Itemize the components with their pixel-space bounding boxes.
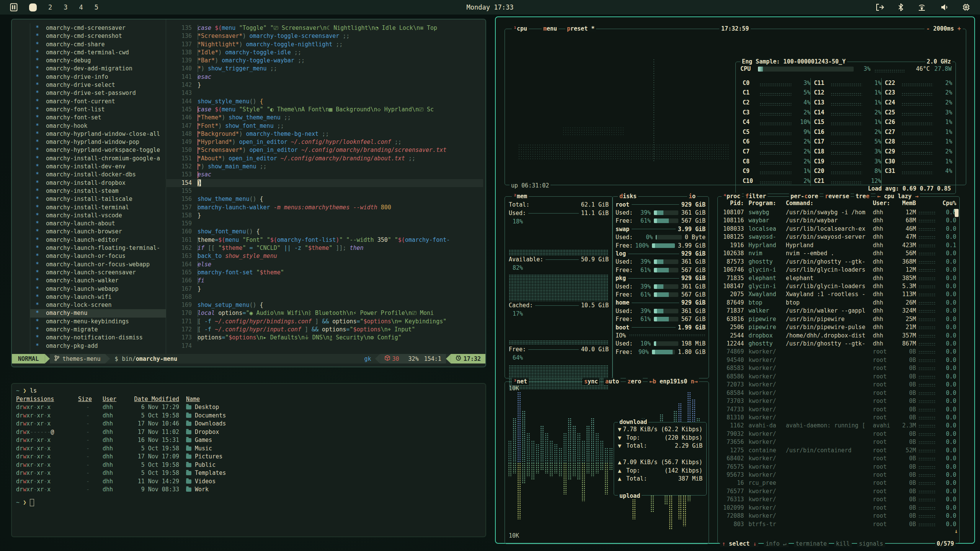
sort-selector[interactable]: ← cpu lazy → xyxy=(875,193,920,200)
process-row[interactable]: 74869kworker/root0B0.0 xyxy=(721,348,956,356)
process-row[interactable]: 63816pipewire/usr/bin/pipewiredhh25M0.0 xyxy=(721,315,956,323)
terminal-content[interactable]: ~❯lsPermissionsSizeUserDate ModifiedName… xyxy=(16,387,482,507)
process-row[interactable]: 71835elephantelephantdhh385M0.0 xyxy=(721,274,956,282)
process-row[interactable]: 108116waybar/usr/bin/waybardhh68M0.0 xyxy=(721,217,956,225)
cpu-cores-box: Eng Sample: 100-000001243-50_Y 2.0 GHz C… xyxy=(735,62,956,194)
disk-free-row: Free:61%567 GiB xyxy=(616,315,706,323)
folder-icon xyxy=(186,405,191,409)
process-row[interactable]: 76577kworker/root0B0.0 xyxy=(721,487,956,496)
core-row: C142% xyxy=(814,108,881,117)
volume-icon[interactable] xyxy=(940,3,949,11)
core-row: C242% xyxy=(885,98,952,108)
net-tab-sync[interactable]: sync xyxy=(583,378,599,385)
prompt-line[interactable]: ~❯ xyxy=(16,499,482,507)
process-row[interactable]: 68586kworker/root0B0.0 xyxy=(721,373,956,381)
core-row: C131% xyxy=(814,98,881,108)
process-row[interactable]: 2506pipewire/usr/bin/pipewire-pulsedhh21… xyxy=(721,323,956,331)
bluetooth-icon[interactable] xyxy=(898,3,903,11)
process-row[interactable]: 95673kworker/root0B0.0 xyxy=(721,471,956,479)
process-row[interactable]: 74733kworker/root0B0.0 xyxy=(721,406,956,414)
code-line: 145 case $(menu "Style" "◐ Theme\nA Font… xyxy=(12,106,483,114)
process-row[interactable]: 2544dropbox/home/dhh/.dropbox-distdhh357… xyxy=(721,332,956,340)
process-row[interactable]: 76575kworker/root0B0.0 xyxy=(721,463,956,471)
cpu-box: ¹cpu menu preset * 17:32:59 - 2000ms + u… xyxy=(505,29,966,185)
process-row[interactable]: 108147glycin-i/usr/lib/glycin-loadersdhh… xyxy=(721,282,956,290)
disk-free-row: Free:61%567 GiB xyxy=(616,290,706,298)
ls-row: drwxr-xr-x-dhh11 Nov 14:29Videos xyxy=(16,478,482,486)
net-tab-zero[interactable]: zero xyxy=(626,378,643,385)
process-row[interactable]: 81310kworker/root0B0.0 xyxy=(721,414,956,422)
select-hint[interactable]: ↑ select ↓ xyxy=(720,540,758,547)
process-row[interactable]: 68402kworker/root0B0.0 xyxy=(721,455,956,463)
terminate-hint[interactable]: terminate xyxy=(794,540,829,547)
net-tab-auto[interactable]: auto xyxy=(604,378,621,385)
process-row[interactable]: 68584kworker/root0B0.0 xyxy=(721,389,956,397)
chip-icon[interactable] xyxy=(962,3,970,11)
process-row[interactable]: 108033localsea/usr/lib/localsearch-exdhh… xyxy=(721,225,956,233)
core-row: C24% xyxy=(743,98,810,108)
code-editor[interactable]: 135 case $(menu "Toggle" "⎚ Screensaver\… xyxy=(12,24,483,350)
code-line: 165 omarchy-font-set "$theme" xyxy=(12,269,483,277)
process-row[interactable]: 12244ghostty/usr/bin/ghostty --gtk-dhh86… xyxy=(721,340,956,348)
kill-hint[interactable]: kill xyxy=(834,540,852,547)
process-row[interactable]: 16rcu_preeroot0B0.0 xyxy=(721,479,956,487)
process-row[interactable]: 1275containe/usr/bin/containerdroot52M0.… xyxy=(721,447,956,455)
proc-box-title[interactable]: ⁴proc xyxy=(722,193,742,200)
process-row[interactable]: 72073kworker/root0B0.0 xyxy=(721,381,956,389)
segment-arrow xyxy=(105,354,110,364)
filter-button[interactable]: filter xyxy=(744,193,768,200)
memory-box-title[interactable]: ²mem xyxy=(512,193,529,200)
clock-icon xyxy=(456,355,461,362)
process-row[interactable]: 73703kworker/root0B0.0 xyxy=(721,397,956,405)
net-interface-switcher[interactable]: ←b enp191s0 n→ xyxy=(648,378,699,385)
process-row[interactable]: 72088kworker/root0B0.0 xyxy=(721,512,956,520)
process-row[interactable]: 102099kworker/root0B0.0 xyxy=(721,504,956,512)
process-row[interactable]: 76313kworker/root0B0.0 xyxy=(721,496,956,504)
code-line: 142} xyxy=(12,81,483,89)
process-row[interactable]: 87649btopbtopdhh26M0.0 xyxy=(721,299,956,307)
reverse-button[interactable]: reverse xyxy=(823,193,851,200)
update-interval[interactable]: - 2000ms + xyxy=(924,25,963,32)
mem-usage-graph xyxy=(509,340,609,345)
menu-button[interactable]: menu xyxy=(542,25,559,32)
net-box-title[interactable]: ³net xyxy=(512,378,529,385)
disks-tab[interactable]: disks xyxy=(618,193,638,200)
core-row: C301% xyxy=(885,156,952,166)
core-row: C222% xyxy=(885,78,952,88)
proc-scrollbar[interactable] xyxy=(955,209,959,217)
process-row[interactable]: 108125swayosd-/usr/bin/swayosd-serverdhh… xyxy=(721,233,956,241)
cpu-box-title[interactable]: ¹cpu xyxy=(512,25,529,32)
process-row[interactable]: 94540kworker/root0B0.0 xyxy=(721,356,956,364)
process-row[interactable]: 87573ghostty/usr/bin/ghostty --gtk-dhh36… xyxy=(721,258,956,266)
network-icon[interactable] xyxy=(917,3,926,11)
process-row[interactable]: 68583kworker/root0B0.0 xyxy=(721,364,956,372)
core-row: C03% xyxy=(743,78,810,88)
desktop: 2 3 4 5 Monday 17:33 *omarchy-cmd-screen… xyxy=(0,0,980,551)
process-row[interactable]: 79032kworker/root0B0.0 xyxy=(721,430,956,438)
process-row[interactable]: 2075XwaylandXwayland :1 -rootless -dhh11… xyxy=(721,290,956,298)
code-line: 174 xyxy=(12,342,483,350)
logout-icon[interactable] xyxy=(876,3,884,11)
process-row[interactable]: 1162avahi-daavahi-daemon: running [avahi… xyxy=(721,422,956,430)
process-row[interactable]: 108107swaybg/usr/bin/swaybg -i /homdhh12… xyxy=(721,209,956,217)
process-row[interactable]: 106746glycin-i/usr/lib/glycin-loadersdhh… xyxy=(721,266,956,274)
io-tab[interactable]: io xyxy=(687,193,697,200)
signals-hint[interactable]: signals xyxy=(857,540,885,547)
statusline-right: gk 30 32% 154:1 17:32 xyxy=(360,354,485,364)
info-hint[interactable]: info ↵ xyxy=(764,540,788,547)
proc-column-headers[interactable]: Pid: Program: Command: User: MemB Cpu% ↑ xyxy=(721,200,956,208)
preset-button[interactable]: preset * xyxy=(565,25,596,32)
code-line: 136 *Screensaver*) omarchy-toggle-screen… xyxy=(12,32,483,40)
per-core-button[interactable]: per-core xyxy=(789,193,820,200)
process-row[interactable]: 803btrfs-trroot0B0.0 xyxy=(721,520,956,528)
process-row[interactable]: 73656kworker/root0B0.0 xyxy=(721,438,956,446)
disk-title: swap3.99 GiB xyxy=(616,225,706,233)
process-row[interactable]: 1916HyprlandHyprlanddhh423M0.1 xyxy=(721,241,956,249)
tree-button[interactable]: tree xyxy=(854,193,871,200)
disk-used-row: Used:39%361 GiB xyxy=(616,282,706,290)
process-row[interactable]: 71837walker/usr/bin/walker --gappldhh324… xyxy=(721,307,956,315)
ls-row: drwxr-xr-x-dhh17 Nov 10:46Downloads xyxy=(16,420,482,428)
core-row: C314% xyxy=(885,166,952,176)
process-row[interactable]: 102638nvimnvim --embed .dhh56M0.0 xyxy=(721,249,956,258)
scroll-more-icon: ↓ xyxy=(954,528,958,535)
